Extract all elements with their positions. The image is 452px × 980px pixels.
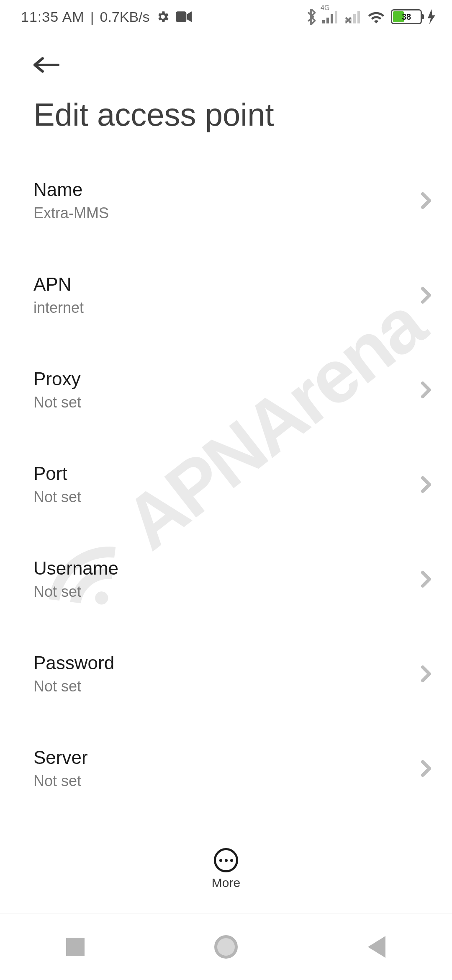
signal-4g-icon: 4G <box>322 10 339 23</box>
svg-rect-1 <box>322 20 325 23</box>
more-label: More <box>212 876 240 890</box>
field-username[interactable]: Username Not set <box>33 546 435 612</box>
apn-fields-list: Name Extra-MMS APN internet Proxy Not se… <box>33 168 435 833</box>
chevron-right-icon <box>421 665 431 683</box>
status-right: 4G 38 <box>306 9 435 25</box>
more-icon <box>214 848 238 872</box>
field-label: Port <box>33 463 410 484</box>
field-port[interactable]: Port Not set <box>33 451 435 518</box>
square-icon <box>66 938 85 956</box>
field-value: internet <box>33 299 410 317</box>
field-label: Password <box>33 652 410 673</box>
svg-rect-2 <box>326 18 329 23</box>
field-name[interactable]: Name Extra-MMS <box>33 168 435 234</box>
field-password[interactable]: Password Not set <box>33 641 435 707</box>
field-label: APN <box>33 274 410 295</box>
status-bar: 11:35 AM | 0.7KB/s 4G <box>0 0 452 34</box>
camera-icon <box>176 11 192 23</box>
page-title: Edit access point <box>33 96 274 133</box>
nav-recents-button[interactable] <box>29 922 121 972</box>
wifi-icon <box>367 10 385 24</box>
back-button[interactable] <box>33 50 71 80</box>
battery-icon: 38 <box>391 9 422 24</box>
charging-icon <box>428 9 435 24</box>
field-value: Not set <box>33 583 410 601</box>
chevron-right-icon <box>421 381 431 399</box>
signal-nosim-icon <box>345 10 362 23</box>
svg-rect-7 <box>353 14 356 23</box>
chevron-right-icon <box>421 476 431 493</box>
nav-back-button[interactable] <box>331 922 423 972</box>
field-proxy[interactable]: Proxy Not set <box>33 357 435 423</box>
chevron-right-icon <box>421 192 431 209</box>
nav-home-button[interactable] <box>180 922 272 972</box>
bluetooth-icon <box>306 9 316 25</box>
field-label: Username <box>33 558 410 579</box>
field-label: Proxy <box>33 369 410 389</box>
field-label: Server <box>33 747 410 768</box>
nav-bar <box>0 913 452 980</box>
more-button[interactable]: More <box>0 833 452 905</box>
field-apn[interactable]: APN internet <box>33 262 435 328</box>
signal-4g-label: 4G <box>321 4 329 12</box>
svg-rect-4 <box>335 11 337 23</box>
chevron-right-icon <box>421 570 431 588</box>
svg-rect-3 <box>331 14 333 23</box>
triangle-icon <box>368 936 385 958</box>
field-label: Name <box>33 179 410 200</box>
chevron-right-icon <box>421 286 431 304</box>
field-value: Not set <box>33 394 410 411</box>
status-separator: | <box>90 9 94 25</box>
status-left: 11:35 AM | 0.7KB/s <box>21 9 192 25</box>
status-speed: 0.7KB/s <box>100 9 150 25</box>
field-value: Not set <box>33 678 410 695</box>
status-time: 11:35 AM <box>21 9 85 25</box>
battery-percent: 38 <box>392 12 421 22</box>
svg-rect-8 <box>357 11 360 23</box>
settings-icon <box>156 10 170 24</box>
field-server[interactable]: Server Not set <box>33 735 435 802</box>
svg-rect-0 <box>176 11 186 22</box>
circle-icon <box>214 935 238 959</box>
field-value: Not set <box>33 772 410 790</box>
field-value: Not set <box>33 488 410 506</box>
field-value: Extra-MMS <box>33 204 410 222</box>
chevron-right-icon <box>421 760 431 777</box>
